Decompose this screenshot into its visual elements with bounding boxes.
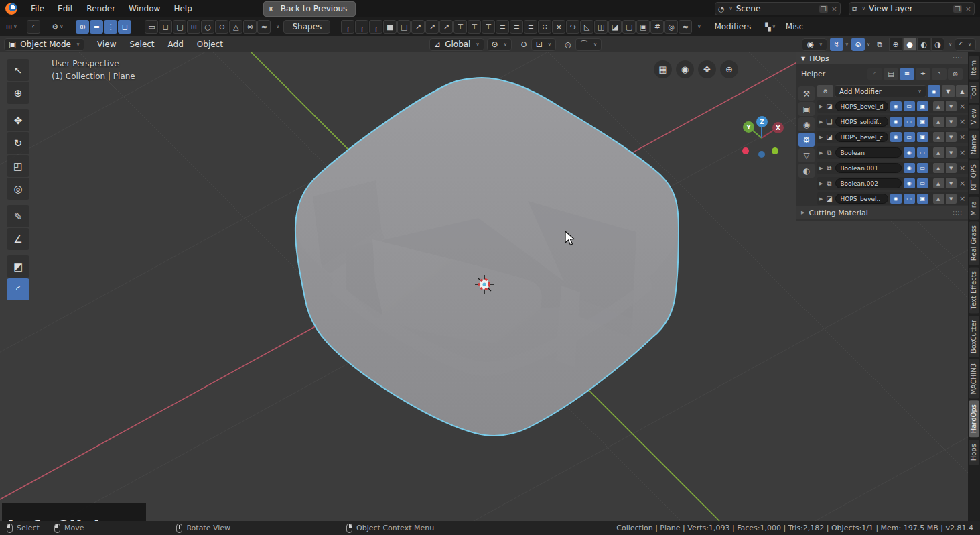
header-menu-item[interactable]: Object	[191, 38, 229, 50]
sidebar-tab[interactable]: KIT OPS	[969, 160, 979, 194]
viewport-toggle[interactable]: ▭	[917, 163, 928, 173]
tool-button[interactable]: ↖	[7, 59, 29, 81]
modifier-row[interactable]: ▶ ⧉ Boolean.002 ◉ ▭ ▣ ▲ ▼ ×	[817, 177, 969, 190]
active-tool-icon[interactable]: ◜	[27, 20, 40, 34]
editmode-toggle[interactable]: ▣	[917, 117, 928, 127]
xray-toggle[interactable]: ⧉	[873, 38, 886, 51]
helper-button[interactable]: ≣	[900, 68, 914, 80]
move-down-icon[interactable]: ▼	[946, 101, 957, 111]
back-to-previous-button[interactable]: ⇤ Back to Previous	[263, 1, 356, 17]
shading-corner-dropdown[interactable]: ◜∨	[955, 38, 976, 51]
viewport-toggle[interactable]: ▭	[904, 117, 915, 127]
render-toggle[interactable]: ◉	[904, 178, 915, 188]
modifier-row[interactable]: ▶ ◪ HOPS_bevel_c ◉ ▭ ▣ ▲ ▼ ×	[817, 131, 969, 143]
shape-button[interactable]: ◻	[159, 20, 172, 34]
properties-tab[interactable]: ◉	[798, 117, 815, 131]
menu-item[interactable]: File	[24, 2, 51, 15]
shading-mode-button[interactable]: ◑	[931, 38, 944, 51]
viewport-toggle[interactable]: ▭	[904, 101, 915, 111]
eye-icon[interactable]: ◉	[928, 85, 940, 97]
mode-dropdown[interactable]: ▣ Object Mode ∨	[4, 38, 84, 51]
shape-button[interactable]: ▭	[145, 20, 158, 34]
modifier-shortcut-button[interactable]: ≡	[496, 20, 509, 34]
modifier-name-field[interactable]: Boolean.001	[835, 163, 901, 173]
menu-item[interactable]: Help	[167, 2, 198, 15]
move-down-icon[interactable]: ▼	[942, 85, 955, 97]
move-up-icon[interactable]: ▲	[933, 132, 944, 142]
move-up-icon[interactable]: ▲	[933, 194, 944, 204]
modifier-name-field[interactable]: HOPS_bevel..	[835, 194, 888, 204]
cutting-material-panel[interactable]: ▶ Cutting Material ::::	[796, 206, 968, 219]
helper-button[interactable]: ±	[916, 68, 930, 80]
checker-pattern-dropdown[interactable]: ▚∨	[763, 20, 778, 34]
shape-button[interactable]: ⊖	[215, 20, 228, 34]
chevron-down-icon[interactable]: ∨	[867, 42, 870, 47]
helper-button[interactable]: ▤	[884, 68, 898, 80]
gizmo-y-negative[interactable]	[772, 147, 778, 154]
tool-button[interactable]: ◜	[7, 278, 29, 300]
helper-button[interactable]: ◝	[932, 68, 947, 80]
tool-button[interactable]: ⊕	[7, 82, 29, 104]
gizmos-toggle[interactable]: ↯	[830, 38, 843, 51]
editmode-toggle[interactable]: ▣	[917, 101, 928, 111]
falloff-dropdown[interactable]: ⌒∨	[575, 38, 602, 51]
tool-button[interactable]: ∠	[7, 228, 29, 250]
overlays-toggle[interactable]: ⊚	[851, 38, 865, 51]
axis-gizmo[interactable]: Y Z X	[736, 114, 786, 162]
shapes-menu-button[interactable]: Shapes	[283, 20, 330, 34]
editor-type-dropdown[interactable]: ⊞∨	[4, 20, 19, 34]
expand-arrow-icon[interactable]: ▶	[819, 166, 823, 171]
modifier-name-field[interactable]: HOPS_bevel_d	[835, 101, 888, 111]
viewport-toggle[interactable]: ▭	[904, 132, 915, 142]
modifier-row[interactable]: ▶ ⧉ Boolean.001 ◉ ▭ ▣ ▲ ▼ ×	[817, 162, 969, 174]
move-down-icon[interactable]: ▼	[946, 194, 957, 204]
sidebar-tab[interactable]: Real Grass	[969, 221, 979, 265]
move-down-icon[interactable]: ▼	[946, 117, 957, 127]
menu-item[interactable]: Edit	[51, 2, 80, 15]
render-toggle[interactable]: ◉	[904, 163, 915, 173]
expand-arrow-icon[interactable]: ▶	[819, 135, 823, 140]
expand-arrow-icon[interactable]: ▶	[801, 210, 804, 215]
view-layer-selector[interactable]: ⧉ ∨ View Layer ❐ ×	[849, 2, 975, 15]
sidebar-tab[interactable]: BoxCutter	[969, 316, 979, 357]
collapse-arrow-icon[interactable]: ▼	[801, 56, 805, 62]
snap-magnet-toggle[interactable]: Ω	[517, 38, 531, 51]
move-up-icon[interactable]: ▲	[933, 101, 944, 111]
editmode-toggle[interactable]: ▣	[917, 132, 928, 142]
add-modifier-dropdown[interactable]: Add Modifier ∨	[835, 85, 926, 97]
delete-modifier-icon[interactable]: ×	[959, 117, 967, 126]
render-toggle[interactable]: ◉	[890, 194, 902, 204]
shading-mode-button[interactable]: ⊕	[889, 38, 902, 51]
move-down-icon[interactable]: ▼	[946, 147, 957, 158]
modifier-name-field[interactable]: Boolean	[835, 147, 901, 158]
drag-handle-icon[interactable]: ::::	[953, 56, 963, 62]
sidebar-tab[interactable]: Text Effects	[969, 267, 979, 313]
modifier-shortcut-button[interactable]: ╭	[369, 20, 382, 34]
properties-tab[interactable]: ⚒	[798, 86, 815, 101]
gizmo-z-negative[interactable]	[758, 151, 765, 158]
modifier-row[interactable]: ▶ ⧉ Boolean ◉ ▭ ▣ ▲ ▼ ×	[817, 146, 969, 159]
modifier-shortcut-button[interactable]: ∷	[538, 20, 551, 34]
chevron-down-icon[interactable]: ∨	[949, 42, 952, 47]
modifier-shortcut-button[interactable]: ▣	[636, 20, 650, 34]
modifier-shortcut-button[interactable]: ▢	[622, 20, 636, 34]
editmode-toggle[interactable]: ▣	[917, 194, 928, 204]
header-menu-item[interactable]: Select	[124, 38, 161, 50]
visibility-dropdown[interactable]: ◉∨	[802, 38, 827, 51]
sidebar-tab[interactable]: Name	[969, 131, 979, 159]
modifier-row[interactable]: ▶ ❏ HOPS_solidif.. ◉ ▭ ▣ ▲ ▼ ×	[817, 115, 969, 128]
hud-toggle-button[interactable]: ≣	[90, 20, 103, 34]
delete-modifier-icon[interactable]: ×	[959, 194, 967, 203]
blender-logo-icon[interactable]	[5, 3, 17, 15]
close-icon[interactable]: ×	[965, 5, 971, 13]
move-up-icon[interactable]: ▲	[933, 147, 944, 158]
viewport-toggle[interactable]: ▭	[917, 178, 928, 188]
move-up-icon[interactable]: ▲	[933, 117, 944, 127]
header-menu-item[interactable]: View	[91, 38, 122, 50]
modifier-shortcut-button[interactable]: ↗	[425, 20, 439, 34]
modifier-name-field[interactable]: HOPS_solidif..	[835, 117, 888, 127]
helper-button[interactable]: ◜	[867, 68, 882, 80]
transform-orientation-dropdown[interactable]: ⊿ Global ∨	[429, 38, 484, 51]
modifier-name-field[interactable]: Boolean.002	[835, 178, 901, 188]
modifier-shortcut-button[interactable]: ⊤	[453, 20, 467, 34]
